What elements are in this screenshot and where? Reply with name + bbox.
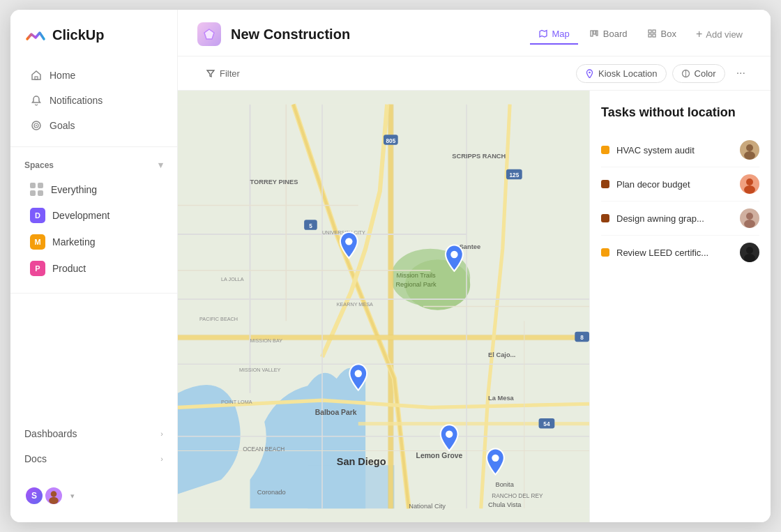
svg-rect-8	[593, 31, 596, 34]
svg-rect-23	[388, 105, 393, 509]
spaces-section-header: Spaces ▾	[10, 155, 177, 174]
space-development[interactable]: D Development	[16, 202, 172, 229]
svg-text:LA JOLLA: LA JOLLA	[221, 276, 244, 282]
project-title: New Construction	[231, 26, 350, 43]
divider	[10, 146, 177, 147]
svg-text:SCRIPPS RANCH: SCRIPPS RANCH	[452, 153, 506, 160]
task-assignee-avatar	[740, 140, 759, 160]
toolbar: Filter Kiosk Location Color ···	[178, 56, 771, 91]
nav-notifications-label: Notifications	[50, 95, 103, 106]
svg-point-3	[36, 125, 37, 126]
svg-text:5: 5	[309, 223, 312, 229]
chevron-down-icon: ▾	[158, 160, 163, 170]
sidebar-item-docs[interactable]: Docs ›	[16, 447, 172, 471]
space-product[interactable]: P Product	[16, 255, 172, 282]
header-top-row: New Construction Map Board Box	[197, 22, 751, 46]
svg-point-72	[450, 251, 457, 258]
svg-point-5	[49, 497, 59, 504]
space-marketing-label: Marketing	[52, 236, 95, 248]
box-tab-icon	[647, 29, 657, 38]
task-item: HVAC system audit	[601, 133, 759, 167]
tab-board[interactable]: Board	[581, 24, 636, 45]
svg-text:Chula Vista: Chula Vista	[488, 501, 522, 508]
svg-point-79	[744, 185, 755, 194]
svg-rect-17	[308, 465, 394, 508]
svg-point-83	[744, 254, 755, 262]
task-item: Review LEED certific...	[601, 236, 759, 269]
nav-home[interactable]: Home	[16, 63, 172, 88]
svg-point-81	[744, 220, 755, 228]
svg-point-75	[446, 431, 453, 438]
sidebar-item-dashboards[interactable]: Dashboards ›	[16, 422, 172, 446]
svg-point-82	[746, 247, 753, 254]
svg-point-77	[744, 151, 755, 160]
location-pin-icon	[585, 69, 594, 78]
space-everything-label: Everything	[51, 184, 97, 195]
filter-button[interactable]: Filter	[197, 64, 248, 83]
svg-rect-12	[649, 34, 651, 37]
user-avatar-photo	[44, 486, 63, 506]
svg-point-71	[345, 238, 352, 245]
location-label: Kiosk Location	[598, 68, 658, 79]
sidebar: ClickUp Home Notifications Goals Spaces …	[10, 10, 178, 522]
tab-map[interactable]: Map	[530, 24, 578, 45]
nav-home-label: Home	[50, 70, 75, 81]
svg-text:El Cajo...: El Cajo...	[488, 351, 515, 358]
user-profile-bar[interactable]: S ▾	[10, 478, 177, 508]
home-icon	[30, 69, 43, 82]
tab-box-label: Box	[661, 29, 676, 39]
ellipsis-icon: ···	[736, 67, 745, 79]
svg-text:Bonita: Bonita	[495, 481, 514, 488]
toolbar-left: Filter	[197, 64, 248, 83]
clickup-logo-icon	[24, 24, 47, 46]
svg-marker-6	[204, 29, 214, 39]
svg-text:Lemon Grove: Lemon Grove	[416, 452, 463, 459]
svg-text:San Diego: San Diego	[337, 456, 386, 467]
filter-icon	[206, 68, 215, 78]
svg-point-73	[355, 370, 362, 377]
app-name: ClickUp	[52, 27, 104, 43]
space-marketing[interactable]: M Marketing	[16, 229, 172, 255]
space-everything[interactable]: Everything	[16, 177, 172, 202]
panel-title: Tasks without location	[601, 105, 759, 121]
content-area: Mission Trails Regional Park	[178, 91, 771, 522]
chevron-right-icon-docs: ›	[160, 455, 163, 463]
toolbar-right: Kiosk Location Color ···	[576, 63, 751, 83]
logo: ClickUp	[10, 24, 177, 63]
bell-icon	[30, 94, 43, 107]
space-product-icon: P	[30, 261, 45, 276]
add-view-button[interactable]: + Add view	[688, 24, 751, 45]
nav-goals[interactable]: Goals	[16, 113, 172, 138]
chevron-right-icon: ›	[160, 430, 163, 438]
nav-notifications[interactable]: Notifications	[16, 88, 172, 113]
project-icon	[197, 22, 221, 46]
svg-text:Coronado: Coronado	[257, 489, 286, 496]
space-development-icon: D	[30, 208, 45, 223]
sidebar-bottom-section: Dashboards › Docs ›	[10, 420, 177, 472]
svg-rect-11	[653, 30, 655, 33]
main-header: New Construction Map Board Box	[178, 10, 771, 56]
view-tabs: Map Board Box + Add view	[530, 24, 752, 45]
svg-rect-10	[649, 30, 651, 33]
svg-rect-25	[178, 335, 589, 340]
svg-rect-13	[653, 34, 655, 37]
svg-text:Santee: Santee	[460, 243, 481, 250]
map-view[interactable]: Mission Trails Regional Park	[178, 91, 589, 522]
color-filter-badge[interactable]: Color	[672, 64, 725, 83]
dashboards-label: Dashboards	[24, 428, 77, 439]
svg-point-14	[589, 71, 591, 73]
board-tab-icon	[589, 29, 599, 38]
nav-goals-label: Goals	[50, 120, 75, 131]
svg-text:PACIFIC BEACH: PACIFIC BEACH	[199, 316, 238, 322]
more-options-button[interactable]: ···	[731, 63, 751, 83]
tasks-panel: Tasks without location HVAC system audit…	[589, 91, 771, 522]
task-assignee-avatar	[740, 174, 759, 194]
user-avatar-s: S	[24, 486, 44, 506]
task-name: Review LEED certific...	[616, 248, 733, 258]
svg-point-74	[492, 455, 499, 462]
task-name: Plan decor budget	[616, 179, 733, 190]
location-filter-badge[interactable]: Kiosk Location	[576, 64, 667, 83]
tab-map-label: Map	[552, 29, 570, 39]
svg-rect-9	[596, 31, 598, 36]
tab-box[interactable]: Box	[639, 24, 685, 45]
